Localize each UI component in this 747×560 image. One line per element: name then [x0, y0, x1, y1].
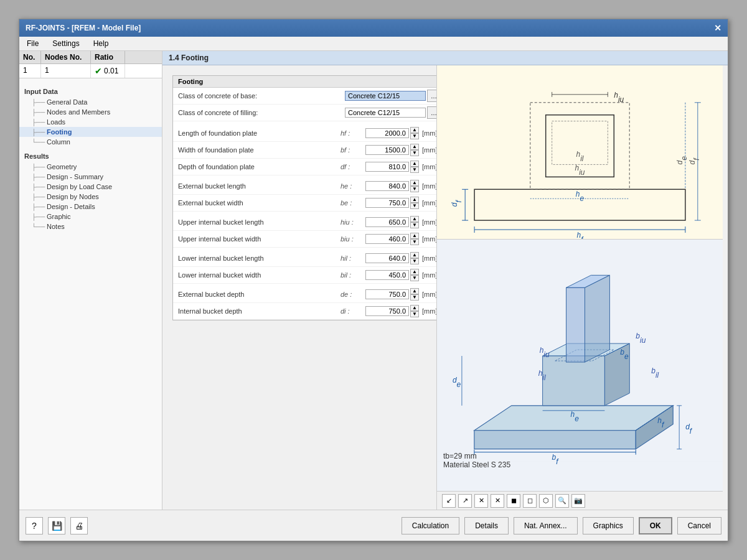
field-input-9[interactable] [365, 289, 409, 299]
details-button[interactable]: Details [464, 517, 509, 534]
sidebar-item-general-data[interactable]: General Data [19, 97, 162, 107]
sidebar-item-design-details[interactable]: Design - Details [19, 202, 162, 212]
field-input-4[interactable] [365, 198, 409, 208]
field-spin-dn-6[interactable]: ▼ [410, 239, 419, 245]
field-spin-up-2[interactable]: ▲ [410, 161, 419, 167]
concrete-fill-input[interactable] [345, 108, 426, 118]
field-symbol-3: he : [341, 182, 365, 190]
tool-btn-2[interactable]: ↗ [458, 494, 472, 508]
field-spin-dn-2[interactable]: ▼ [410, 167, 419, 173]
sidebar-item-footing[interactable]: Footing [19, 127, 162, 137]
field-spin-dn-9[interactable]: ▼ [410, 294, 419, 301]
field-unit-10: [mm] [422, 307, 436, 315]
field-spin-up-0[interactable]: ▲ [410, 127, 419, 133]
field-label-9: External bucket depth [178, 291, 341, 298]
form-row-3: External bucket lengthhe :▲▼[mm] [173, 178, 436, 195]
concrete-base-browse-button[interactable]: … [427, 90, 436, 102]
concrete-base-input-group: … [345, 90, 436, 102]
field-label-8: Lower internal bucket width [178, 271, 341, 279]
field-spin-2: ▲▼ [410, 161, 419, 173]
svg-marker-29 [474, 431, 636, 449]
field-spin-7: ▲▼ [410, 252, 419, 264]
field-spin-dn-4[interactable]: ▼ [410, 203, 419, 209]
table-row[interactable]: 1 1 ✔ 0.01 [19, 64, 162, 78]
field-input-2[interactable] [365, 162, 409, 172]
svg-marker-32 [543, 356, 605, 406]
form-row-4: External bucket widthbe :▲▼[mm] [173, 195, 436, 212]
cancel-button[interactable]: Cancel [677, 517, 721, 534]
calculation-button[interactable]: Calculation [402, 517, 459, 534]
tool-btn-3[interactable]: ✕ [474, 494, 488, 508]
tool-btn-7[interactable]: ⬡ [539, 494, 553, 508]
tool-btn-5[interactable]: ◼ [507, 494, 520, 508]
field-unit-7: [mm] [422, 254, 436, 262]
menu-file[interactable]: File [24, 38, 41, 49]
print-icon-btn[interactable]: 🖨 [70, 517, 88, 534]
form-row-9: External bucket depthde :▲▼[mm] [173, 286, 436, 303]
sidebar-item-column[interactable]: Column [19, 137, 162, 147]
sidebar-item-nodes-members[interactable]: Nodes and Members [19, 107, 162, 117]
graphics-button[interactable]: Graphics [583, 517, 634, 534]
help-icon-btn[interactable]: ? [26, 517, 43, 534]
field-spin-dn-1[interactable]: ▼ [410, 150, 419, 156]
menu-help[interactable]: Help [91, 38, 111, 49]
field-unit-0: [mm] [422, 129, 436, 137]
field-input-group-0: ▲▼[mm] [365, 127, 436, 139]
field-spin-up-7[interactable]: ▲ [410, 252, 419, 258]
field-spin-up-4[interactable]: ▲ [410, 197, 419, 203]
sidebar-item-geometry[interactable]: Geometry [19, 162, 162, 172]
panel-title: 1.4 Footing [162, 51, 728, 65]
field-input-5[interactable] [365, 217, 409, 227]
field-spin-up-3[interactable]: ▲ [410, 180, 419, 186]
sidebar-item-graphic[interactable]: Graphic [19, 212, 162, 222]
col-header-ratio: Ratio [91, 51, 125, 63]
field-input-3[interactable] [365, 181, 409, 191]
concrete-fill-browse-button[interactable]: … [427, 106, 436, 119]
menu-settings[interactable]: Settings [50, 38, 82, 49]
save-icon-btn[interactable]: 💾 [48, 517, 65, 534]
field-input-7[interactable] [365, 253, 409, 263]
field-spin-3: ▲▼ [410, 180, 419, 192]
field-spin-8: ▲▼ [410, 269, 419, 281]
field-spin-dn-0[interactable]: ▼ [410, 133, 419, 139]
field-input-0[interactable] [365, 128, 409, 138]
field-spin-up-10[interactable]: ▲ [410, 305, 419, 311]
field-spin-up-6[interactable]: ▲ [410, 233, 419, 239]
field-spin-up-1[interactable]: ▲ [410, 144, 419, 150]
field-spin-0: ▲▼ [410, 127, 419, 139]
field-input-10[interactable] [365, 306, 409, 316]
tool-btn-8[interactable]: 🔍 [555, 494, 569, 508]
field-spin-dn-3[interactable]: ▼ [410, 186, 419, 192]
nat-annex-button[interactable]: Nat. Annex... [514, 517, 578, 534]
field-input-6[interactable] [365, 234, 409, 244]
tool-btn-9[interactable]: 📷 [571, 494, 585, 508]
nav-input-section: Input Data [19, 86, 162, 97]
field-spin-up-5[interactable]: ▲ [410, 216, 419, 222]
tool-btn-1[interactable]: ↙ [442, 494, 456, 508]
field-spin-up-8[interactable]: ▲ [410, 269, 419, 275]
tool-btn-4[interactable]: ✕ [491, 494, 504, 508]
concrete-base-input[interactable] [345, 91, 426, 101]
field-input-8[interactable] [365, 270, 409, 280]
sidebar-item-loads[interactable]: Loads [19, 117, 162, 127]
close-button[interactable]: ✕ [714, 23, 721, 33]
sidebar-item-notes[interactable]: Notes [19, 222, 162, 231]
sidebar-item-design-load-case[interactable]: Design by Load Case [19, 182, 162, 192]
sidebar-item-design-summary[interactable]: Design - Summary [19, 172, 162, 182]
field-spin-dn-7[interactable]: ▼ [410, 258, 419, 264]
field-spin-dn-5[interactable]: ▼ [410, 222, 419, 228]
form-row-5: Upper internal bucket lengthhiu :▲▼[mm] [173, 214, 436, 231]
field-unit-2: [mm] [422, 163, 436, 170]
field-input-1[interactable] [365, 145, 409, 155]
graphics-toolbar: ↙ ↗ ✕ ✕ ◼ ◻ ⬡ 🔍 📷 [437, 491, 723, 510]
tool-btn-6[interactable]: ◻ [523, 494, 537, 508]
ok-button[interactable]: OK [639, 517, 672, 534]
menu-bar: File Settings Help [19, 37, 728, 51]
right-graphics: hf he hiu hil de df [436, 65, 723, 510]
field-spin-dn-10[interactable]: ▼ [410, 311, 419, 317]
field-spin-up-9[interactable]: ▲ [410, 288, 419, 294]
field-spin-dn-8[interactable]: ▼ [410, 275, 419, 281]
form-row-10: Internal bucket depthdi :▲▼[mm] [173, 303, 436, 320]
info-text2: Material Steel S 235 [443, 460, 510, 469]
sidebar-item-design-nodes[interactable]: Design by Nodes [19, 192, 162, 202]
